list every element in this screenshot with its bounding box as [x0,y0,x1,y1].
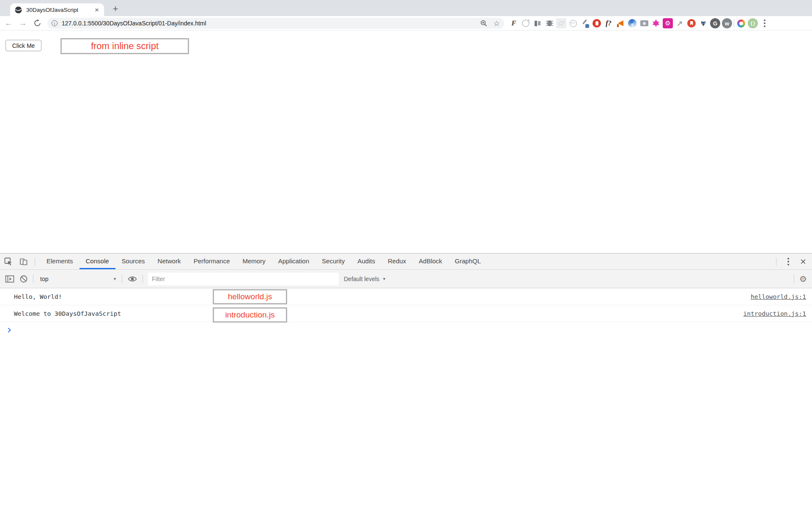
console-messages: Hello, World! helloworld.js helloworld.j… [0,288,812,338]
console-prompt[interactable] [0,322,812,338]
back-icon[interactable]: ← [3,19,14,28]
ext-fq-icon[interactable]: f? [604,18,614,28]
devtools-tab-console[interactable]: Console [80,254,115,269]
browser-tab[interactable]: 30DaysOfJavaScript × [10,3,104,16]
ext-json-icon[interactable]: {} [748,18,758,28]
console-message-row: Hello, World! helloworld.js helloworld.j… [0,288,812,305]
log-level-dropdown[interactable]: Default levels ▼ [344,276,386,282]
tab-close-icon[interactable]: × [94,6,100,14]
extension-icons: Ff?⚙↗♥Gw [509,18,732,28]
ext-swirl-icon[interactable] [627,18,637,28]
ext-w-circle-icon[interactable]: w [722,18,732,28]
devtools-tab-sources[interactable]: Sources [115,254,151,269]
devtools-tab-application[interactable]: Application [272,254,315,269]
page-viewport: Click Me from inline script [0,30,812,253]
devtools-tab-network[interactable]: Network [151,254,187,269]
devtools-tab-graphql[interactable]: GraphQL [448,254,487,269]
clear-console-icon[interactable] [19,275,28,283]
ext-dots-paren-icon[interactable] [568,18,578,28]
site-info-icon[interactable]: i [52,20,58,26]
script-name-label-box: helloworld.js [213,289,287,304]
devtools-tabbar-right: × [776,254,812,269]
extension-icons-after-divider: {} [736,18,758,28]
execution-context-selector[interactable]: top ▼ [38,276,117,282]
devtools-panel: Elements Console Sources Network Perform… [0,253,812,508]
ext-stop-hand-icon[interactable] [592,18,602,28]
forward-icon[interactable]: → [17,19,29,28]
inspect-element-icon[interactable] [4,257,13,266]
chevron-down-icon: ▼ [382,277,386,281]
ext-heart-search-icon[interactable]: ♥ [698,18,708,28]
zoom-page-icon[interactable] [480,19,488,27]
console-message-text: Hello, World! [14,293,62,300]
ext-camera-icon[interactable] [639,18,649,28]
navigation-bar: ← → i 127.0.0.1:5500/30DaysOfJavaScript/… [0,16,812,30]
ext-fontface-icon[interactable]: F [509,18,519,28]
chevron-down-icon: ▼ [113,277,117,281]
devtools-left-icons [0,254,40,269]
ext-g-circle-icon[interactable]: G [710,18,720,28]
tab-strip: 30DaysOfJavaScript × + [0,0,812,16]
log-level-value: Default levels [344,276,379,282]
new-tab-button[interactable]: + [109,3,122,15]
url-text: 127.0.0.1:5500/30DaysOfJavaScript/01-Day… [62,20,480,27]
devtools-menu-kebab-icon[interactable] [783,257,793,267]
ext-color-ring-icon[interactable] [736,18,746,28]
devtools-tab-memory[interactable]: Memory [236,254,272,269]
click-me-button[interactable]: Click Me [5,40,41,51]
ext-steps-icon[interactable]: ↗ [675,18,685,28]
console-settings-gear-icon[interactable]: ⚙ [799,275,807,283]
devtools-tab-performance[interactable]: Performance [187,254,236,269]
source-location-link[interactable]: helloworld.js:1 [751,293,806,300]
ext-bug-icon[interactable] [544,18,554,28]
tab-title: 30DaysOfJavaScript [26,7,94,13]
extensions-toolbar: Ff?⚙↗♥Gw {} [509,17,770,29]
ext-graphql-icon[interactable] [651,18,661,28]
device-toolbar-icon[interactable] [19,257,28,266]
inline-script-text-box: from inline script [60,38,189,54]
devtools-tab-elements[interactable]: Elements [40,254,80,269]
console-prompt-chevron-icon [6,328,11,332]
bookmark-star-icon[interactable]: ☆ [494,20,500,27]
ext-pink-gear-icon[interactable]: ⚙ [663,18,673,28]
ext-react-icon[interactable] [556,18,566,28]
extensions-divider [734,19,734,28]
devtools-tab-security[interactable]: Security [315,254,351,269]
devtools-tab-redux[interactable]: Redux [381,254,412,269]
ext-orbit-icon[interactable] [521,18,531,28]
favicon-globe-icon [14,6,22,14]
ext-colorpicker-icon[interactable] [580,18,590,28]
console-message-row: Welcome to 30DaysOfJavaScript introducti… [0,305,812,322]
browser-window: 30DaysOfJavaScript × + ← → i 127.0.0.1:5… [0,0,812,508]
context-selector-value: top [40,276,48,282]
script-name-label-box: introduction.js [213,307,287,323]
reload-icon[interactable] [31,19,43,27]
devtools-tab-bar: Elements Console Sources Network Perform… [0,254,812,270]
ext-megaphone-icon[interactable] [615,18,625,28]
console-sidebar-toggle-icon[interactable] [5,275,14,283]
source-location-link[interactable]: introduction.js:1 [743,310,806,317]
live-expression-eye-icon[interactable] [127,275,137,283]
chrome-menu-kebab-icon[interactable] [760,18,770,28]
console-message-text: Welcome to 30DaysOfJavaScript [14,310,121,317]
devtools-tab-audits[interactable]: Audits [351,254,381,269]
url-bar[interactable]: i 127.0.0.1:5500/30DaysOfJavaScript/01-D… [47,18,504,29]
devtools-close-icon[interactable]: × [800,257,806,267]
console-toolbar: top ▼ Default levels ▼ ⚙ [0,270,812,288]
ext-bookmark-icon[interactable] [686,18,697,28]
devtools-tab-adblock[interactable]: AdBlock [412,254,448,269]
ext-columns-icon[interactable] [532,18,543,28]
console-filter-input[interactable] [148,273,339,285]
